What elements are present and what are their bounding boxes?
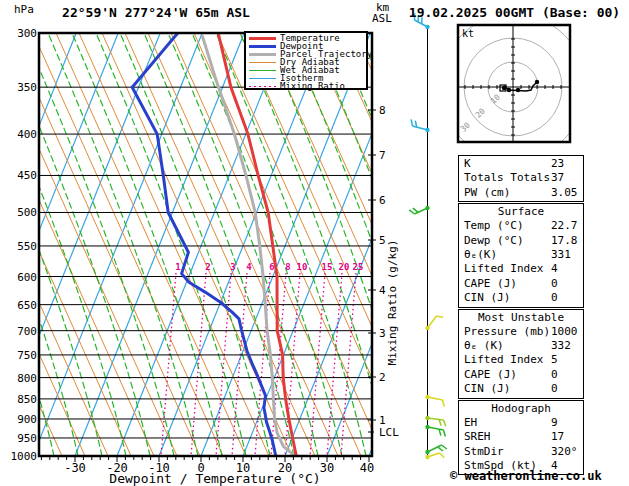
mixing-ratio-line — [285, 273, 300, 456]
panel-row-label: Pressure (mb) — [464, 325, 550, 338]
legend-swatch-mixing-ratio — [249, 86, 276, 87]
dry-adiabat-line — [79, 33, 269, 456]
wind-barb-feather — [409, 210, 414, 214]
legend-swatch-temperature — [249, 37, 276, 40]
pressure-tick-label: 400 — [17, 128, 37, 141]
panel-row-value: 0 — [551, 382, 558, 396]
panel-row-label: SREH — [464, 430, 491, 443]
wind-barb — [425, 416, 445, 427]
altitude-unit-asl: ASL — [372, 12, 392, 25]
wind-barb-feather — [437, 316, 444, 317]
pressure-tick-label: 950 — [17, 432, 37, 445]
legend-swatch-dry-adiabat — [249, 62, 276, 63]
run-datetime-title: 19.02.2025 00GMT (Base: 00) — [400, 5, 629, 20]
skewt-sounding-page: 1234681015202530035040045050055060065070… — [0, 0, 629, 486]
panel-row-label: CAPE (J) — [464, 277, 517, 290]
panel-row-label: CIN (J) — [464, 382, 510, 395]
mixing-ratio-axis-title: Mixing Ratio (g/kg) — [386, 213, 399, 393]
pressure-tick-label: 300 — [17, 27, 37, 40]
mixing-ratio-label: 3 — [230, 262, 235, 272]
mixing-ratio-label: 8 — [285, 262, 290, 272]
pressure-tick-label: 700 — [17, 325, 37, 338]
wind-barb-shaft — [415, 20, 428, 27]
mixing-ratio-label: 15 — [322, 262, 333, 272]
wind-barb — [409, 206, 429, 214]
dry-adiabat-line — [0, 33, 85, 456]
panel-row: CIN (J)0 — [459, 382, 583, 396]
pressure-tick-label: 650 — [17, 299, 37, 312]
panel-row: PW (cm)3.05 — [459, 186, 583, 200]
panel-row-label: PW (cm) — [464, 186, 510, 199]
mixing-ratio-label: 2 — [205, 262, 210, 272]
panel-row-value: 17 — [551, 430, 564, 444]
panel-title: Hodograph — [459, 402, 583, 416]
panel-row-value: 37 — [551, 171, 564, 185]
stats-panels: K23Totals Totals37PW (cm)3.05SurfaceTemp… — [458, 155, 584, 476]
panel-row-value: 3.05 — [551, 186, 578, 200]
pressure-tick-label: 350 — [17, 81, 37, 94]
panel-row-value: 17.8 — [551, 234, 578, 248]
panel-row-value: 23 — [551, 157, 564, 171]
pressure-tick-label: 800 — [17, 372, 37, 385]
wind-barb — [425, 445, 447, 454]
pressure-tick-label: 450 — [17, 169, 37, 182]
isotherm-line — [285, 33, 454, 456]
panel-row: StmDir320° — [459, 445, 583, 459]
wind-barb-shaft — [428, 418, 444, 420]
panel-row-label: Temp (°C) — [464, 219, 524, 232]
panel-row-label: Dewp (°C) — [464, 234, 524, 247]
wind-barb-shaft — [428, 427, 444, 430]
panel-row: Pressure (mb)1000 — [459, 325, 583, 339]
hodograph-unit-label: kt — [462, 28, 474, 39]
panel-row: EH9 — [459, 416, 583, 430]
mixing-ratio-line — [191, 273, 206, 456]
wind-barb-shaft — [428, 397, 443, 400]
panel-row: SREH17 — [459, 430, 583, 444]
km-tick-label: 6 — [379, 194, 386, 207]
panel-row-label: CAPE (J) — [464, 368, 517, 381]
hodograph-trace-dot — [535, 80, 539, 84]
x-axis-title: Dewpoint / Temperature (°C) — [65, 471, 365, 486]
panel-row-value: 5 — [551, 353, 558, 367]
hodograph-ring-label: 30 — [459, 120, 472, 133]
legend-label: Mixing Ratio — [280, 82, 345, 90]
panel-row-label: CIN (J) — [464, 291, 510, 304]
panel-row: CIN (J)0 — [459, 291, 583, 305]
lcl-label: LCL — [379, 426, 399, 439]
panel-row-label: K — [464, 157, 471, 170]
pressure-tick-label: 1000 — [11, 450, 38, 463]
panel-row: θₑ(K)331 — [459, 248, 583, 262]
panel-row-value: 0 — [551, 291, 558, 305]
dry-adiabat-line — [171, 33, 361, 456]
mixing-ratio-line — [232, 273, 247, 456]
panel-row-value: 4 — [551, 262, 558, 276]
wind-barb-feather — [444, 430, 446, 436]
legend-item: Mixing Ratio — [246, 82, 366, 90]
mixing-ratio-label: 1 — [175, 262, 180, 272]
stats-panel-hodograph: HodographEH9SREH17StmDir320°StmSpd (kt)4 — [458, 400, 584, 476]
stats-panel-surface: SurfaceTemp (°C)22.7Dewp (°C)17.8θₑ(K)33… — [458, 203, 584, 307]
hodograph-frame — [458, 25, 570, 142]
panel-row: Totals Totals37 — [459, 171, 583, 185]
panel-row-value: 331 — [551, 248, 571, 262]
panel-row-value: 1000 — [551, 325, 578, 339]
pressure-tick-label: 900 — [17, 413, 37, 426]
wind-barb-feather — [443, 400, 445, 406]
wind-barb-feather — [438, 447, 443, 451]
mixing-ratio-label: 25 — [353, 262, 364, 272]
panel-row: Lifted Index4 — [459, 262, 583, 276]
wind-barb-feather — [442, 445, 447, 449]
pressure-unit-label: hPa — [14, 3, 34, 16]
pressure-tick-label: 600 — [17, 271, 37, 284]
panel-row-label: Lifted Index — [464, 353, 543, 366]
panel-row: K23 — [459, 157, 583, 171]
legend-box: TemperatureDewpointParcel TrajectoryDry … — [244, 31, 368, 90]
panel-row-label: Totals Totals — [464, 171, 550, 184]
legend-swatch-dewpoint — [249, 45, 276, 48]
dry-adiabat-line — [263, 33, 453, 456]
panel-row: Dewp (°C)17.8 — [459, 234, 583, 248]
station-title: 22°59'N 277°24'W 65m ASL — [40, 5, 272, 20]
hodograph-trace-dot — [516, 88, 520, 92]
km-tick-label: 8 — [379, 104, 386, 117]
wind-barb-feather — [413, 208, 418, 212]
